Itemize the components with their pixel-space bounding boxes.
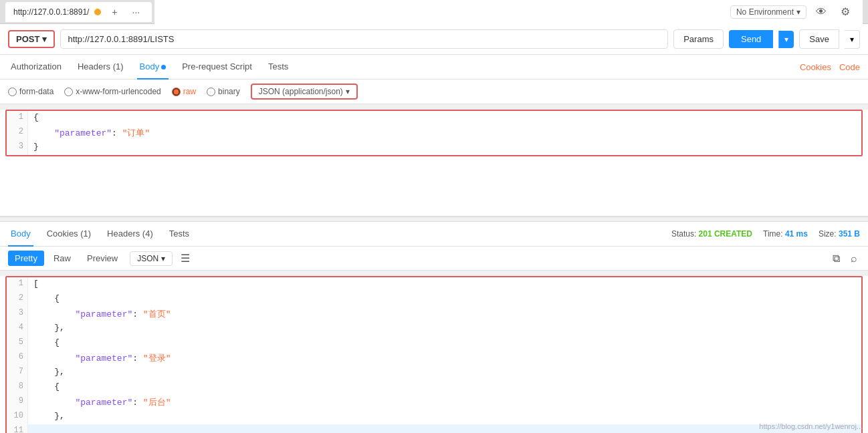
time-value: 41 ms bbox=[785, 229, 808, 239]
request-code-box: 1 { 2 "parameter": "订单" 3 } bbox=[5, 110, 863, 156]
resp-line-8: 8 { bbox=[7, 380, 861, 395]
editor-empty-space bbox=[0, 162, 868, 215]
format-tab-raw[interactable]: Raw bbox=[47, 251, 78, 266]
resp-line-7: 7 }, bbox=[7, 366, 861, 380]
tab-body[interactable]: Body bbox=[137, 55, 169, 80]
cookies-link[interactable]: Cookies bbox=[800, 62, 831, 72]
url-input[interactable] bbox=[60, 29, 668, 49]
resp-tab-cookies[interactable]: Cookies (1) bbox=[44, 222, 94, 247]
body-type-bar: form-data x-www-form-urlencoded raw bina… bbox=[0, 80, 868, 104]
new-tab-button[interactable]: + bbox=[106, 4, 122, 20]
request-code-editor: 1 { 2 "parameter": "订单" 3 } bbox=[0, 110, 868, 216]
send-button[interactable]: Send bbox=[729, 30, 773, 48]
eye-button[interactable]: 👁 bbox=[812, 3, 831, 21]
response-code-box: 1 [ 2 { 3 "parameter": "首页" 4 }, 5 { 6 bbox=[5, 276, 863, 433]
tab-dot bbox=[94, 9, 101, 15]
format-tab-pretty[interactable]: Pretty bbox=[8, 251, 44, 266]
req-line-2: 2 "parameter": "订单" bbox=[7, 126, 861, 140]
environment-select[interactable]: No Environment ▾ bbox=[730, 5, 806, 19]
response-status-bar: Status: 201 CREATED Time: 41 ms Size: 35… bbox=[671, 229, 860, 239]
copy-button[interactable]: ⧉ bbox=[830, 251, 843, 266]
response-format-bar: Pretty Raw Preview JSON ▾ ☰ ⧉ ⌕ bbox=[0, 247, 868, 271]
wrap-icon-button[interactable]: ☰ bbox=[178, 251, 193, 266]
size-value: 351 B bbox=[839, 229, 860, 239]
resp-line-11: 11 | { bbox=[7, 424, 861, 433]
method-button[interactable]: POST ▾ bbox=[8, 30, 55, 48]
url-bar: POST ▾ Params Send ▾ Save ▾ bbox=[0, 24, 868, 55]
search-button[interactable]: ⌕ bbox=[848, 251, 860, 266]
status-value: 201 CREATED bbox=[699, 229, 752, 239]
resp-tab-body[interactable]: Body bbox=[8, 222, 33, 247]
resp-tab-headers[interactable]: Headers (4) bbox=[104, 222, 156, 247]
resp-line-3: 3 "parameter": "首页" bbox=[7, 307, 861, 321]
response-json-dropdown[interactable]: JSON ▾ bbox=[130, 251, 173, 266]
resp-tab-tests[interactable]: Tests bbox=[167, 222, 192, 247]
code-link[interactable]: Code bbox=[839, 62, 860, 72]
gear-button[interactable]: ⚙ bbox=[836, 3, 855, 21]
method-chevron-icon: ▾ bbox=[42, 34, 47, 44]
req-line-3: 3 } bbox=[7, 140, 861, 155]
body-dot bbox=[161, 65, 166, 69]
tab-tests[interactable]: Tests bbox=[265, 55, 291, 80]
tab-pre-request-script[interactable]: Pre-request Script bbox=[179, 55, 255, 80]
resp-line-9: 9 "parameter": "后台" bbox=[7, 395, 861, 410]
chevron-down-icon: ▾ bbox=[796, 7, 800, 17]
raw-option[interactable]: raw bbox=[172, 87, 196, 96]
method-label: POST bbox=[16, 34, 39, 44]
resp-line-6: 6 "parameter": "登录" bbox=[7, 351, 861, 366]
resp-line-5: 5 { bbox=[7, 336, 861, 351]
browser-tab[interactable]: http://127.0.0.1:8891/ + ··· bbox=[5, 2, 152, 22]
panel-separator bbox=[0, 216, 868, 222]
response-code-editor: 1 [ 2 { 3 "parameter": "首页" 4 }, 5 { 6 bbox=[0, 276, 868, 433]
tab-headers[interactable]: Headers (1) bbox=[75, 55, 126, 80]
status-label: Status: 201 CREATED bbox=[671, 229, 752, 239]
urlencoded-option[interactable]: x-www-form-urlencoded bbox=[64, 87, 160, 96]
resp-line-1: 1 [ bbox=[7, 277, 861, 292]
footer-link: https://blog.csdn.net/y1wenroj... bbox=[759, 422, 863, 430]
tab-authorization[interactable]: Authorization bbox=[8, 55, 64, 80]
params-button[interactable]: Params bbox=[673, 29, 724, 49]
chevron-down-icon: ▾ bbox=[161, 254, 165, 263]
chevron-down-icon: ▾ bbox=[346, 87, 350, 96]
tab-url: http://127.0.0.1:8891/ bbox=[13, 7, 89, 17]
resp-line-2: 2 { bbox=[7, 292, 861, 307]
response-tabs-bar: Body Cookies (1) Headers (4) Tests Statu… bbox=[0, 222, 868, 247]
save-dropdown-button[interactable]: ▾ bbox=[845, 30, 860, 49]
browser-tab-bar: http://127.0.0.1:8891/ + ··· No Environm… bbox=[0, 0, 868, 24]
request-tabs: Authorization Headers (1) Body Pre-reque… bbox=[0, 55, 868, 80]
req-line-1: 1 { bbox=[7, 111, 861, 126]
form-data-option[interactable]: form-data bbox=[8, 87, 53, 96]
time-label: Time: 41 ms bbox=[763, 229, 808, 239]
save-button[interactable]: Save bbox=[799, 29, 839, 49]
send-dropdown-button[interactable]: ▾ bbox=[778, 31, 794, 48]
binary-option[interactable]: binary bbox=[207, 87, 240, 96]
tab-menu-button[interactable]: ··· bbox=[128, 4, 144, 20]
env-label: No Environment bbox=[736, 7, 794, 17]
resp-line-4: 4 }, bbox=[7, 321, 861, 336]
json-format-label: JSON (application/json) bbox=[259, 87, 343, 96]
resp-line-10: 10 }, bbox=[7, 410, 861, 424]
response-actions: ⧉ ⌕ bbox=[830, 251, 860, 266]
size-label: Size: 351 B bbox=[819, 229, 860, 239]
format-tab-preview[interactable]: Preview bbox=[80, 251, 124, 266]
json-format-dropdown[interactable]: JSON (application/json) ▾ bbox=[251, 84, 358, 100]
